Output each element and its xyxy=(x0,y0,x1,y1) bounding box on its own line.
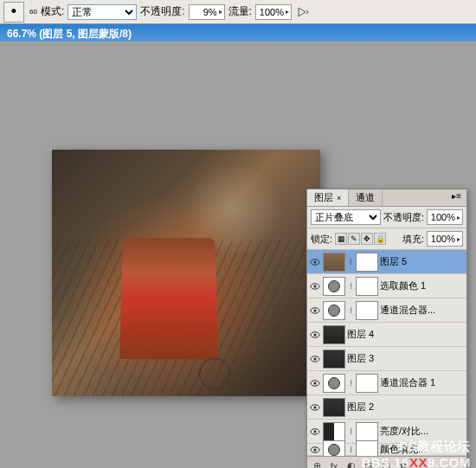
layer-name[interactable]: 选取颜色 1 xyxy=(380,279,426,292)
opacity-input[interactable]: 9% ▸ xyxy=(189,4,225,20)
lock-transparent-icon[interactable]: ▦ xyxy=(335,233,347,245)
layer-name[interactable]: 图层 5 xyxy=(380,255,407,268)
chevron-right-icon[interactable]: ▸ xyxy=(284,8,289,16)
link-layers-icon[interactable]: ⊕ xyxy=(311,460,323,469)
layer-thumbnail[interactable] xyxy=(323,440,345,457)
watermark-line2: BBS.16XX8.COM xyxy=(361,455,471,468)
lock-all-icon[interactable]: 🔒 xyxy=(374,233,386,245)
svg-point-7 xyxy=(313,333,316,336)
svg-point-11 xyxy=(313,381,316,384)
panel-menu-icon[interactable]: ▸≡ xyxy=(447,189,466,206)
layer-thumbnail[interactable] xyxy=(323,301,345,320)
svg-point-5 xyxy=(313,309,316,311)
watermark-line1: PS教程论坛 xyxy=(361,439,471,455)
svg-point-13 xyxy=(313,406,316,408)
add-mask-icon[interactable]: ◐ xyxy=(345,460,357,469)
layer-thumbnail[interactable] xyxy=(323,325,345,344)
layer-row[interactable]: ⁞选取颜色 1 xyxy=(307,274,466,298)
chevron-right-icon[interactable]: ▸ xyxy=(217,8,222,16)
chevron-right-icon[interactable]: ▸ xyxy=(455,214,460,221)
link-icon[interactable]: ⁞ xyxy=(347,305,354,315)
fill-label: 填充: xyxy=(402,233,424,246)
layer-row[interactable]: 图层 2 xyxy=(307,395,466,420)
layer-row[interactable]: ⁞通道混合器 1 xyxy=(307,371,466,395)
panel-tabs: 图层× 通道 ▸≡ xyxy=(307,189,466,207)
layer-name[interactable]: 图层 2 xyxy=(347,401,374,414)
layer-thumbnail[interactable] xyxy=(323,398,345,417)
layer-fx-icon[interactable]: fx xyxy=(328,460,340,469)
svg-point-9 xyxy=(313,357,316,360)
svg-point-3 xyxy=(313,285,316,287)
layer-name[interactable]: 亮度/对比... xyxy=(380,425,428,438)
tab-layers[interactable]: 图层× xyxy=(307,189,349,206)
zoom-and-title: 66.7% (图层 5, 图层蒙版/8) xyxy=(7,28,132,40)
lock-label: 锁定: xyxy=(311,233,332,246)
close-icon[interactable]: × xyxy=(337,194,341,202)
mask-thumbnail[interactable] xyxy=(356,253,378,272)
link-icon[interactable]: ⁞ xyxy=(347,426,354,436)
mode-label: 模式: xyxy=(41,4,64,19)
link-icon[interactable]: ⁞ xyxy=(347,378,354,388)
brush-size[interactable]: 60 xyxy=(28,8,37,16)
visibility-eye-icon[interactable] xyxy=(309,401,321,414)
chevron-right-icon[interactable]: ▸ xyxy=(455,235,460,243)
layer-thumbnail[interactable] xyxy=(323,374,345,393)
visibility-eye-icon[interactable] xyxy=(309,305,321,317)
mask-thumbnail[interactable] xyxy=(356,301,378,320)
link-icon[interactable]: ⁞ xyxy=(347,281,354,291)
visibility-eye-icon[interactable] xyxy=(309,280,321,292)
airbrush-icon[interactable] xyxy=(295,4,312,20)
layer-row[interactable]: ⁞图层 5 xyxy=(307,250,466,274)
lock-pixels-icon[interactable]: ✎ xyxy=(348,233,360,245)
layer-name[interactable]: 图层 4 xyxy=(347,328,374,341)
svg-point-1 xyxy=(313,260,316,263)
mask-thumbnail[interactable] xyxy=(356,374,378,393)
brush-cursor-icon xyxy=(199,358,230,389)
layers-panel: 图层× 通道 ▸≡ 正片叠底 不透明度: 100% ▸ 锁定: ▦ ✎ ✥ 🔒 xyxy=(306,189,467,468)
flow-label: 流量: xyxy=(228,4,252,19)
tab-channels[interactable]: 通道 xyxy=(349,189,383,206)
layer-opacity-input[interactable]: 100% ▸ xyxy=(427,209,463,225)
opacity-label: 不透明度: xyxy=(140,4,184,19)
blend-row: 正片叠底 不透明度: 100% ▸ xyxy=(307,207,466,228)
canvas-image xyxy=(52,150,320,396)
brush-preset[interactable]: • xyxy=(3,2,24,22)
visibility-eye-icon[interactable] xyxy=(309,444,321,456)
link-icon[interactable]: ⁞ xyxy=(347,445,354,454)
layer-thumbnail[interactable] xyxy=(323,349,345,369)
options-bar: • 60 模式: 正常 不透明度: 9% ▸ 流量: 100% ▸ xyxy=(0,0,476,24)
layer-name[interactable]: 图层 3 xyxy=(347,352,374,365)
lock-position-icon[interactable]: ✥ xyxy=(361,233,373,245)
layer-name[interactable]: 通道混合器 1 xyxy=(380,376,435,389)
layer-row[interactable]: 图层 4 xyxy=(307,323,466,347)
layer-name[interactable]: 通道混合器... xyxy=(380,304,435,317)
canvas[interactable] xyxy=(52,150,320,396)
visibility-eye-icon[interactable] xyxy=(309,256,321,268)
workspace: 图层× 通道 ▸≡ 正片叠底 不透明度: 100% ▸ 锁定: ▦ ✎ ✥ 🔒 xyxy=(0,42,476,468)
visibility-eye-icon[interactable] xyxy=(309,353,321,365)
fill-input[interactable]: 100% ▸ xyxy=(427,231,463,247)
watermark: PS教程论坛 BBS.16XX8.COM xyxy=(361,439,471,468)
layer-row[interactable]: 图层 3 xyxy=(307,347,466,371)
svg-point-17 xyxy=(313,448,316,451)
blend-mode-select[interactable]: 正常 xyxy=(68,4,137,20)
layer-thumbnail[interactable] xyxy=(323,422,345,441)
layer-list[interactable]: ⁞图层 5⁞选取颜色 1⁞通道混合器...图层 4图层 3⁞通道混合器 1图层 … xyxy=(307,250,466,456)
link-icon[interactable]: ⁞ xyxy=(347,257,354,266)
svg-point-15 xyxy=(313,430,316,433)
lock-row: 锁定: ▦ ✎ ✥ 🔒 填充: 100% ▸ xyxy=(307,228,466,250)
visibility-eye-icon[interactable] xyxy=(309,377,321,389)
layer-row[interactable]: ⁞通道混合器... xyxy=(307,298,466,323)
visibility-eye-icon[interactable] xyxy=(309,426,321,438)
layer-blend-mode[interactable]: 正片叠底 xyxy=(311,209,381,225)
document-title-bar: 66.7% (图层 5, 图层蒙版/8) xyxy=(0,24,476,42)
layer-thumbnail[interactable] xyxy=(323,253,345,272)
layer-opacity-label: 不透明度: xyxy=(383,211,424,224)
flow-input[interactable]: 100% ▸ xyxy=(255,4,292,20)
layer-thumbnail[interactable] xyxy=(323,277,345,296)
mask-thumbnail[interactable] xyxy=(356,277,378,296)
visibility-eye-icon[interactable] xyxy=(309,329,321,341)
